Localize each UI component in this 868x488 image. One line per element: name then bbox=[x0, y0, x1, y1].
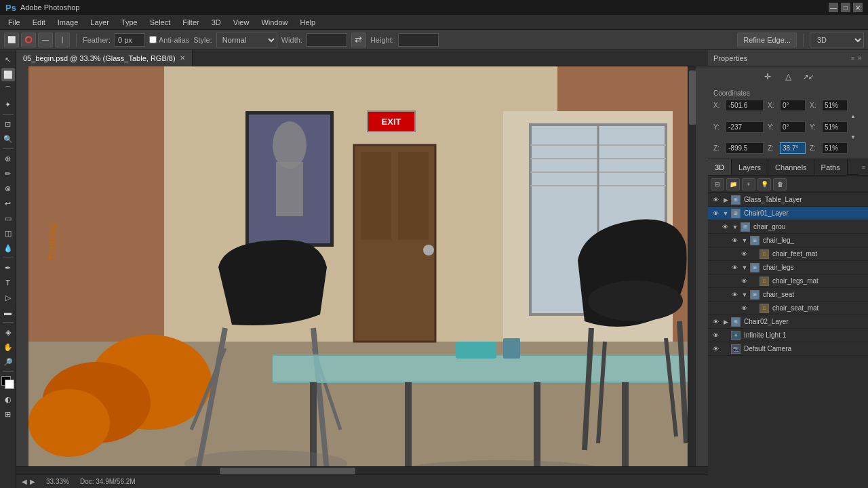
menu-file[interactable]: File bbox=[3, 17, 26, 28]
quick-mask-btn[interactable]: ◐ bbox=[1, 392, 15, 406]
marquee-rect-btn[interactable]: ⬜ bbox=[4, 33, 19, 47]
layers-list[interactable]: 👁 ▶ ⊞ Glass_Table_Layer 👁 ▼ ⊞ Chair01_La… bbox=[708, 193, 868, 488]
layer-infinite-light-1[interactable]: 👁 ▶ ☀ Infinite Light 1 bbox=[708, 329, 868, 342]
ps-scene[interactable]: EXIT bbox=[28, 66, 696, 466]
layer-chair02[interactable]: 👁 ▶ ⊞ Chair02_Layer bbox=[708, 315, 868, 329]
marquee-circle-btn[interactable]: ⭕ bbox=[21, 33, 36, 47]
y-up-arrow[interactable]: ▲ bbox=[850, 113, 859, 119]
tab-channels[interactable]: Channels bbox=[768, 159, 814, 175]
new-layer-btn[interactable]: + bbox=[742, 178, 755, 190]
z-scale-input[interactable] bbox=[822, 142, 848, 154]
menu-image[interactable]: Image bbox=[52, 17, 84, 28]
eye-chair02[interactable]: 👁 bbox=[711, 317, 720, 327]
marquee-row-btn[interactable]: — bbox=[38, 33, 53, 47]
x-rotate-input[interactable] bbox=[780, 100, 806, 111]
layer-chair-seat[interactable]: 👁 ▼ ⊞ chair_seat bbox=[708, 288, 868, 302]
tab-paths[interactable]: Paths bbox=[814, 159, 848, 175]
eye-chair-legs-mat[interactable]: 👁 bbox=[739, 277, 749, 286]
blur-tool[interactable]: 💧 bbox=[1, 241, 15, 255]
menu-view[interactable]: View bbox=[228, 17, 255, 28]
layer-chair-leg[interactable]: 👁 ▼ ⊞ chair_leg_ bbox=[708, 234, 868, 247]
menu-select[interactable]: Select bbox=[144, 17, 176, 28]
eye-glass-table[interactable]: 👁 bbox=[711, 195, 720, 205]
y-rotate-input[interactable] bbox=[780, 121, 806, 133]
antialias-checkbox[interactable] bbox=[149, 36, 157, 43]
gradient-tool[interactable]: ◫ bbox=[1, 226, 15, 240]
arrow-chair-leg[interactable]: ▼ bbox=[741, 236, 748, 245]
y-down-arrow[interactable]: ▼ bbox=[850, 134, 859, 140]
zoom-tool[interactable]: 🔎 bbox=[1, 355, 15, 369]
rotate-3d-icon[interactable]: △ bbox=[781, 69, 795, 84]
menu-help[interactable]: Help bbox=[295, 17, 321, 28]
layer-chair-grou[interactable]: 👁 ▼ ⊞ chair_grou bbox=[708, 220, 868, 234]
eye-chair01[interactable]: 👁 bbox=[711, 209, 720, 218]
arrow-chair-grou[interactable]: ▼ bbox=[732, 222, 738, 232]
z-rotate-input[interactable] bbox=[780, 142, 806, 154]
marquee-tool[interactable]: ⬜ bbox=[1, 68, 15, 81]
height-input[interactable] bbox=[398, 33, 439, 47]
tab-close-btn[interactable]: ✕ bbox=[180, 54, 185, 62]
y-stepper[interactable]: ▲ ▼ bbox=[850, 113, 859, 140]
menu-window[interactable]: Window bbox=[256, 17, 293, 28]
path-tool[interactable]: ▷ bbox=[1, 291, 15, 304]
style-select[interactable]: Normal bbox=[216, 33, 277, 47]
y-scale-input[interactable] bbox=[822, 121, 848, 133]
v-scrollbar[interactable] bbox=[688, 66, 696, 466]
healing-tool[interactable]: ⊕ bbox=[1, 152, 15, 165]
x-position-input[interactable] bbox=[726, 100, 764, 111]
arrow-chair01[interactable]: ▼ bbox=[722, 209, 729, 218]
menu-3d[interactable]: 3D bbox=[206, 17, 226, 28]
arrow-chair-legs[interactable]: ▼ bbox=[741, 263, 748, 272]
scale-3d-icon[interactable]: ↗↙ bbox=[801, 69, 816, 84]
crop-tool[interactable]: ⊡ bbox=[1, 117, 15, 131]
move-3d-icon[interactable]: ✛ bbox=[760, 69, 775, 84]
swap-dimensions-btn[interactable]: ⇄ bbox=[351, 33, 366, 47]
eye-chair-leg[interactable]: 👁 bbox=[730, 236, 739, 245]
eye-infinite-light-1[interactable]: 👁 bbox=[711, 331, 720, 340]
eye-chair-feet-mat[interactable]: 👁 bbox=[739, 249, 749, 259]
brush-tool[interactable]: ✏ bbox=[1, 167, 15, 180]
layers-panel-menu[interactable]: ≡ bbox=[859, 159, 868, 175]
eye-chair-seat-mat[interactable]: 👁 bbox=[739, 304, 749, 313]
eraser-tool[interactable]: ▭ bbox=[1, 211, 15, 225]
new-group-btn[interactable]: 📁 bbox=[726, 178, 740, 190]
v-scrollbar-thumb[interactable] bbox=[689, 70, 696, 125]
stamp-tool[interactable]: ⊗ bbox=[1, 182, 15, 195]
layer-chair-legs-mat[interactable]: 👁 ▶ □ chair_legs_mat bbox=[708, 274, 868, 288]
properties-close[interactable]: ✕ bbox=[857, 55, 863, 62]
quick-select-tool[interactable]: ✦ bbox=[1, 98, 15, 111]
3d-select[interactable]: 3D bbox=[810, 33, 864, 47]
prev-arrow[interactable]: ◀ bbox=[22, 478, 27, 485]
menu-layer[interactable]: Layer bbox=[85, 17, 115, 28]
document-tab[interactable]: 05_begin.psd @ 33.3% (Glass_Table, RGB/8… bbox=[16, 50, 193, 66]
pen-tool[interactable]: ✒ bbox=[1, 261, 15, 274]
x-scale-input[interactable] bbox=[822, 100, 848, 111]
tab-layers[interactable]: Layers bbox=[732, 159, 768, 175]
hand-tool[interactable]: ✋ bbox=[1, 340, 15, 354]
maximize-button[interactable]: □ bbox=[841, 3, 850, 12]
history-tool[interactable]: ↩ bbox=[1, 197, 15, 210]
nav-arrows[interactable]: ◀ ▶ bbox=[22, 478, 35, 485]
filter-btn[interactable]: ⊟ bbox=[711, 178, 724, 190]
eye-chair-legs[interactable]: 👁 bbox=[730, 263, 739, 272]
refine-edge-button[interactable]: Refine Edge... bbox=[737, 33, 797, 47]
layer-chair01[interactable]: 👁 ▼ ⊞ Chair01_Layer bbox=[708, 207, 868, 220]
layer-chair-legs[interactable]: 👁 ▼ ⊞ chair_legs bbox=[708, 261, 868, 274]
title-bar-controls[interactable]: — □ ✕ bbox=[829, 3, 863, 12]
tab-3d[interactable]: 3D bbox=[708, 159, 732, 175]
layer-chair-seat-mat[interactable]: 👁 ▶ □ chair_seat_mat bbox=[708, 302, 868, 315]
menu-type[interactable]: Type bbox=[116, 17, 143, 28]
arrow-chair-seat[interactable]: ▼ bbox=[741, 290, 748, 300]
light-btn[interactable]: 💡 bbox=[757, 178, 771, 190]
lasso-tool[interactable]: ⌒ bbox=[1, 83, 15, 96]
eye-chair-grou[interactable]: 👁 bbox=[720, 222, 730, 232]
layer-default-camera[interactable]: 👁 ▶ 📷 Default Camera bbox=[708, 342, 868, 356]
screen-mode-btn[interactable]: ⊞ bbox=[1, 407, 15, 421]
arrow-chair02[interactable]: ▶ bbox=[722, 317, 729, 327]
3d-tool[interactable]: ◈ bbox=[1, 325, 15, 339]
h-scrollbar-thumb[interactable] bbox=[220, 468, 355, 474]
close-button[interactable]: ✕ bbox=[853, 3, 863, 12]
menu-edit[interactable]: Edit bbox=[27, 17, 51, 28]
y-position-input[interactable] bbox=[726, 121, 764, 133]
eye-chair-seat[interactable]: 👁 bbox=[730, 290, 739, 300]
